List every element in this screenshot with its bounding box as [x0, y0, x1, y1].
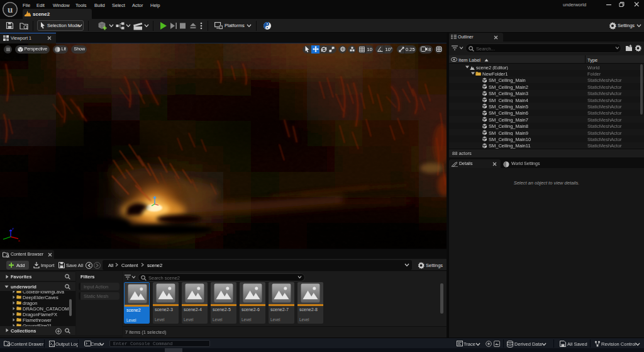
svg-text:u: u [8, 4, 13, 14]
svg-text:z: z [12, 227, 14, 230]
svg-text:x: x [18, 239, 20, 242]
